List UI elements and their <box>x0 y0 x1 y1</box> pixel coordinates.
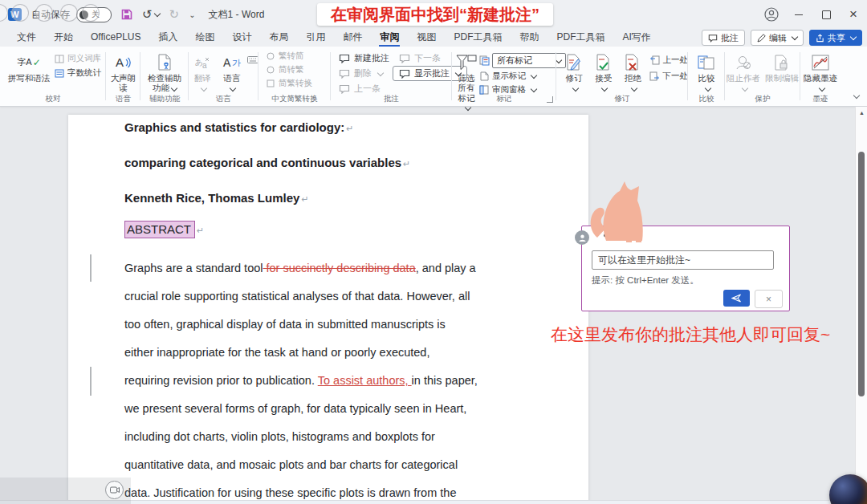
tutorial-note-top: 在审阅界面中找到“新建批注” <box>317 3 553 26</box>
reject-dropdown-icon <box>631 84 637 91</box>
restrict-editing-icon <box>774 52 790 72</box>
show-markup-button[interactable]: 显示标记 <box>479 71 566 82</box>
read-aloud-button[interactable]: A 大声朗读 <box>108 51 139 93</box>
language-button[interactable]: A가 语言 <box>218 51 246 93</box>
tab-9-审阅[interactable]: 审阅 <box>371 29 408 47</box>
comment-send-button[interactable] <box>723 290 750 307</box>
previous-comment-button[interactable]: 上一条 <box>339 83 381 95</box>
comment-input[interactable]: 可以在这里开始批注~ <box>592 250 774 270</box>
check-accessibility-button[interactable]: 检查辅助功能 <box>143 51 186 93</box>
delete-comment-icon <box>339 69 350 79</box>
doc-paragraph[interactable]: Graphs are a standard tool for succinctl… <box>124 254 478 504</box>
share-button[interactable]: 共享 <box>809 30 862 46</box>
recorder-tool-icon[interactable] <box>11 4 29 22</box>
tab-5-设计[interactable]: 设计 <box>223 29 260 47</box>
tab-14-AI写作[interactable]: AI写作 <box>613 29 659 47</box>
tab-12-帮助[interactable]: 帮助 <box>511 29 547 47</box>
recorder-camera-button[interactable] <box>105 481 124 499</box>
send-icon <box>731 294 742 303</box>
delete-comment-button[interactable]: 删除 <box>339 67 383 79</box>
abstract-highlight[interactable]: ABSTRACT <box>124 221 195 238</box>
share-icon <box>816 34 824 43</box>
tab-7-引用[interactable]: 引用 <box>297 29 334 47</box>
tab-2-OfficePLUS[interactable]: OfficePLUS <box>82 29 149 47</box>
recorder-zoom-icon[interactable] <box>82 4 100 22</box>
s2t-icon <box>267 66 275 74</box>
ribbon-group-speech: A 大声朗读 语音 <box>106 47 140 106</box>
tabrow-right-buttons: 批注 编辑 共享 <box>702 30 862 46</box>
tutorial-note-middle: 在这里发布你的批注其他人即可回复~ <box>551 323 830 346</box>
editing-mode-button[interactable]: 编辑 <box>751 30 804 46</box>
hide-ink-button[interactable]: 隐藏墨迹 <box>803 51 838 93</box>
body-text: crucial role supporting statistical anal… <box>124 290 470 303</box>
word-count-icon <box>55 69 64 78</box>
tab-6-布局[interactable]: 布局 <box>260 29 297 47</box>
scroll-up-icon[interactable]: ▲ <box>856 110 867 116</box>
group-label-comments: 批注 <box>331 94 452 104</box>
ribbon-group-accessibility: 检查辅助功能 辅助功能 <box>140 47 189 106</box>
group-label-language: 语言 <box>189 94 258 104</box>
minimize-button[interactable] <box>785 0 812 29</box>
t2s-icon <box>267 52 275 60</box>
tab-11-PDF工具箱[interactable]: PDF工具箱 <box>445 29 511 47</box>
undo-button[interactable]: ↺ <box>142 7 160 22</box>
show-comments-icon <box>399 69 410 79</box>
thesaurus-button[interactable]: 同义词库 <box>55 53 101 64</box>
body-text-line: crucial role supporting statistical anal… <box>124 282 478 311</box>
tab-10-视图[interactable]: 视图 <box>408 29 445 47</box>
recorder-pencil-icon[interactable] <box>35 4 53 22</box>
change-bar <box>90 367 92 396</box>
collapse-ribbon-button[interactable] <box>853 92 860 99</box>
previous-change-button[interactable]: 上一处 <box>649 55 689 66</box>
accessibility-dropdown-icon <box>171 84 177 91</box>
ribbon-group-changes: 修订 接受 拒绝 上一处 下一 <box>556 47 688 106</box>
document-page[interactable]: Graphics and statistics for cardiology:↵… <box>68 115 588 504</box>
body-text: Graphs are a standard tool <box>124 262 263 274</box>
svg-text:a: a <box>202 61 207 70</box>
translate-button[interactable]: あa 翻译 <box>189 51 217 93</box>
tab-1-开始[interactable]: 开始 <box>45 29 82 47</box>
quick-access-more-button[interactable]: ⌄ <box>189 10 195 19</box>
block-authors-button[interactable]: 阻止作者 <box>725 51 762 93</box>
spelling-grammar-button[interactable]: 字A✓ 拼写和语法 <box>5 51 53 83</box>
comments-panel-button[interactable]: 批注 <box>702 30 745 46</box>
traditional-to-simplified-button[interactable]: 繁转简 <box>267 51 331 62</box>
vertical-scrollbar[interactable]: ▲ <box>855 107 867 504</box>
cat-sticker <box>580 177 658 244</box>
tab-13-PDF工具箱[interactable]: PDF工具箱 <box>547 29 613 47</box>
accept-button[interactable]: 接受 <box>591 51 617 93</box>
tab-8-邮件[interactable]: 邮件 <box>334 29 371 47</box>
tab-0-文件[interactable]: 文件 <box>8 29 45 47</box>
tracking-dialog-launcher[interactable] <box>547 96 553 103</box>
next-comment-button[interactable]: 下一条 <box>399 52 441 64</box>
reject-button[interactable]: 拒绝 <box>620 51 646 93</box>
simplified-to-traditional-button[interactable]: 简转繁 <box>267 64 331 75</box>
account-button[interactable] <box>758 0 785 29</box>
filter-dropdown-icon <box>464 104 470 111</box>
floating-orb-overlay[interactable] <box>829 474 867 504</box>
tab-3-插入[interactable]: 插入 <box>149 29 186 47</box>
track-changes-button[interactable]: 修订 <box>561 51 588 93</box>
convert-button[interactable]: 简繁转换 <box>267 78 331 89</box>
restrict-editing-button[interactable]: 限制编辑 <box>763 51 800 93</box>
redo-button[interactable]: ↻ <box>169 7 180 22</box>
maximize-button[interactable] <box>812 0 840 29</box>
comment-cancel-button[interactable]: × <box>755 290 783 308</box>
save-button[interactable] <box>121 9 132 20</box>
word-count-button[interactable]: 字数统计 <box>55 67 101 79</box>
close-button[interactable]: × <box>840 0 867 29</box>
tab-4-绘图[interactable]: 绘图 <box>186 29 223 47</box>
group-label-changes: 修订 <box>556 94 688 104</box>
compare-button[interactable]: 比较 <box>690 51 722 93</box>
scrollbar-thumb[interactable] <box>858 152 865 396</box>
new-comment-button[interactable]: 新建批注 <box>339 52 389 64</box>
svg-text:A: A <box>116 55 124 69</box>
group-label-accessibility: 辅助功能 <box>140 94 189 104</box>
group-label-tracking: 标记 <box>452 94 556 104</box>
window-controls: × <box>758 0 867 29</box>
recorder-shapes-icon[interactable] <box>60 4 78 22</box>
next-change-button[interactable]: 下一处 <box>649 71 689 82</box>
minimize-icon <box>795 14 803 15</box>
group-label-ink: 墨迹 <box>800 94 841 104</box>
svg-text:가: 가 <box>232 58 241 67</box>
